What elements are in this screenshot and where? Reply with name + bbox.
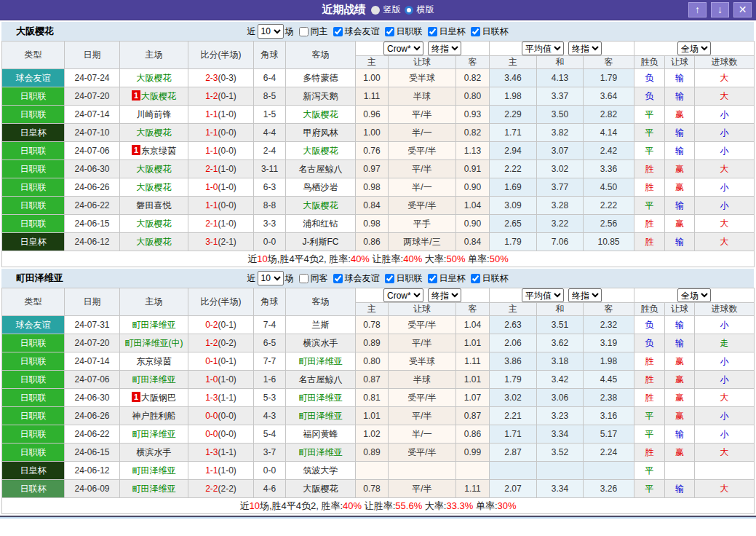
odds-handicap: 受平/半 bbox=[389, 389, 456, 407]
odds-away: 0.80 bbox=[456, 87, 490, 106]
goals-result: 大 bbox=[695, 233, 755, 251]
home-team-name: 大阪樱花 bbox=[137, 127, 172, 138]
halftime-score: (0-0) bbox=[218, 146, 236, 156]
sub-column-header: 主 bbox=[490, 303, 537, 316]
avg-away-odds: 3.26 bbox=[584, 480, 634, 498]
avg-draw-odds: 3.07 bbox=[537, 142, 584, 160]
summary-row: 近10场,胜4平4负2, 胜率:40% 让胜率:40% 大率:50% 单率:50… bbox=[2, 251, 755, 267]
column-header: 比分(半场) bbox=[188, 288, 254, 316]
match-row: 日职联24-07-20町田泽维亚(中)1-2(0-2)6-5横滨水手0.89平/… bbox=[2, 334, 755, 352]
column-header: 类型 bbox=[2, 42, 65, 69]
sub-column-header: 让球 bbox=[389, 303, 456, 316]
average-time-select[interactable]: 终指 bbox=[568, 288, 602, 302]
match-date: 24-07-10 bbox=[65, 124, 120, 142]
fulltime-select[interactable]: 全场 bbox=[677, 288, 711, 302]
away-team-name: 福冈黄蜂 bbox=[303, 429, 338, 439]
home-team-name: 大阪樱花 bbox=[137, 218, 172, 229]
league-checkbox-friendly[interactable] bbox=[333, 27, 343, 36]
league-checkbox-lcup[interactable] bbox=[471, 274, 480, 283]
away-team-name: 町田泽维亚 bbox=[299, 411, 343, 421]
league-checkbox-emperor[interactable] bbox=[428, 27, 437, 36]
column-header: 主场 bbox=[120, 42, 188, 69]
average-time-select[interactable]: 终指 bbox=[568, 42, 602, 55]
same-venue-checkbox[interactable] bbox=[299, 274, 309, 283]
avg-away-odds: 2.38 bbox=[584, 389, 634, 407]
match-score: 2-1(1-0) bbox=[188, 160, 254, 178]
bookmaker-select[interactable]: Crow* bbox=[383, 288, 423, 302]
halftime-score: (1-0) bbox=[218, 218, 236, 229]
goals-result: 大 bbox=[695, 444, 755, 462]
home-team-name: 东京绿茵 bbox=[137, 356, 172, 366]
team-name: 大阪樱花 bbox=[16, 25, 54, 38]
horizontal-layout-label[interactable]: 横版 bbox=[417, 4, 434, 16]
odds-time-select[interactable]: 终指 bbox=[428, 42, 461, 55]
match-row: 日职联24-06-30大阪樱花2-1(1-0)3-11名古屋鲸八0.97平/半0… bbox=[2, 160, 755, 178]
avg-draw-odds: 3.62 bbox=[537, 334, 584, 352]
avg-away-odds: 2.24 bbox=[584, 444, 634, 462]
vertical-layout-radio[interactable] bbox=[371, 6, 380, 15]
winloss-result: 负 bbox=[634, 69, 665, 87]
recent-count-select[interactable]: 10 bbox=[258, 271, 284, 285]
summary-text: 近10场,胜4平4负2, 胜率:40% 让胜率:55.6% 大率:33.3% 单… bbox=[2, 498, 755, 514]
handicap-result: 赢 bbox=[665, 160, 695, 178]
handicap-result: 赢 bbox=[665, 106, 695, 124]
sub-column-header: 让球 bbox=[665, 56, 695, 69]
close-button[interactable]: ✕ bbox=[733, 2, 752, 17]
avg-away-odds: 3.64 bbox=[584, 87, 634, 106]
away-team-name: 甲府风林 bbox=[303, 127, 338, 138]
winloss-result: 平 bbox=[634, 197, 665, 215]
goals-result: 大 bbox=[695, 389, 755, 407]
header-row-groups: 类型日期主场比分(半场)角球客场Crow*终指平均值终指全场 bbox=[2, 42, 755, 56]
fulltime-select[interactable]: 全场 bbox=[677, 42, 711, 55]
match-date: 24-07-20 bbox=[65, 87, 120, 106]
league-checkbox-lcup[interactable] bbox=[471, 27, 480, 36]
average-select[interactable]: 平均值 bbox=[522, 288, 564, 302]
home-team: 大阪樱花 bbox=[120, 233, 188, 251]
handicap-result: 输 bbox=[665, 425, 695, 444]
competition-type-badge: 日职联 bbox=[2, 142, 65, 160]
odds-home: 0.97 bbox=[356, 160, 389, 178]
goals-result: 小 bbox=[695, 371, 755, 389]
home-team: 町田泽维亚 bbox=[120, 371, 188, 389]
home-team: 大阪樱花 bbox=[120, 215, 188, 233]
column-header: 比分(半场) bbox=[188, 42, 254, 69]
vertical-layout-label[interactable]: 竖版 bbox=[383, 4, 401, 16]
handicap-result: 输 bbox=[665, 197, 695, 215]
filter-near-label: 近 bbox=[247, 25, 256, 38]
away-team: 町田泽维亚 bbox=[286, 389, 356, 407]
odds-handicap: 两球半/三 bbox=[389, 233, 456, 251]
avg-home-odds: 3.86 bbox=[490, 352, 537, 371]
league-checkbox-friendly[interactable] bbox=[333, 274, 343, 283]
league-checkbox-jleague[interactable] bbox=[385, 274, 394, 283]
match-row: 日皇杯24-06-12大阪樱花3-1(2-1)0-0J-利斯FC0.86两球半/… bbox=[2, 233, 755, 251]
home-team-name: 町田泽维亚(中) bbox=[125, 338, 183, 348]
recent-count-select[interactable]: 10 bbox=[258, 24, 284, 39]
same-venue-checkbox[interactable] bbox=[299, 27, 309, 36]
league-checkbox-emperor[interactable] bbox=[428, 274, 437, 283]
bookmaker-select[interactable]: Crow* bbox=[383, 42, 423, 55]
move-up-button[interactable]: ↑ bbox=[688, 2, 707, 17]
filter-games-label: 场 bbox=[285, 25, 294, 38]
average-select[interactable]: 平均值 bbox=[522, 42, 564, 55]
odds-handicap: 受半球 bbox=[389, 352, 456, 371]
fulltime-select-group: 全场 bbox=[634, 288, 755, 303]
avg-away-odds: 3.16 bbox=[584, 407, 634, 425]
avg-home-odds: 2.22 bbox=[490, 160, 537, 178]
league-checkbox-jleague[interactable] bbox=[385, 27, 394, 36]
move-down-button[interactable]: ↓ bbox=[711, 2, 729, 17]
away-team: 大阪樱花 bbox=[286, 480, 356, 498]
odds-time-select[interactable]: 终指 bbox=[428, 288, 461, 302]
horizontal-layout-radio[interactable] bbox=[405, 6, 413, 15]
avg-draw-odds: 3.77 bbox=[537, 178, 584, 197]
odds-home: 0.86 bbox=[356, 233, 389, 251]
column-header: 客场 bbox=[286, 42, 356, 69]
odds-away: 0.82 bbox=[456, 69, 490, 87]
odds-handicap: 半/一 bbox=[389, 425, 456, 444]
sub-column-header: 胜负 bbox=[634, 303, 665, 316]
avg-home-odds: 1.98 bbox=[490, 87, 537, 106]
sub-column-header: 让球 bbox=[389, 56, 456, 69]
sub-column-header: 客 bbox=[584, 56, 634, 69]
match-date: 24-06-12 bbox=[65, 462, 120, 480]
competition-type-badge: 日职联 bbox=[2, 106, 65, 124]
avg-draw-odds: 3.52 bbox=[537, 444, 584, 462]
